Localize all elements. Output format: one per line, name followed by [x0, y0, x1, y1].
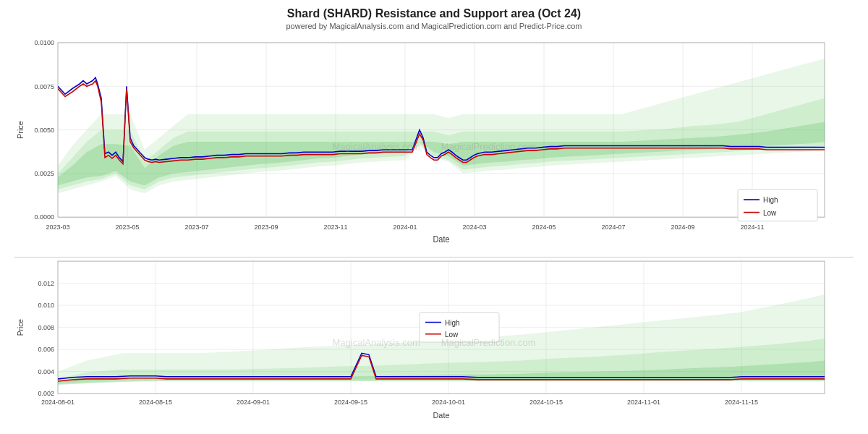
- svg-text:0.004: 0.004: [38, 368, 54, 375]
- svg-text:2023-07: 2023-07: [184, 222, 208, 230]
- svg-text:2023-11: 2023-11: [323, 222, 347, 230]
- svg-text:2024-11: 2024-11: [740, 222, 764, 230]
- svg-text:Low: Low: [445, 331, 459, 339]
- svg-text:Low: Low: [763, 209, 777, 217]
- svg-text:0.012: 0.012: [38, 280, 54, 287]
- svg-text:2024-10-15: 2024-10-15: [529, 399, 563, 406]
- svg-text:2024-09-01: 2024-09-01: [237, 399, 270, 406]
- svg-text:0.0100: 0.0100: [34, 38, 54, 46]
- svg-text:2024-08-15: 2024-08-15: [139, 399, 172, 406]
- svg-text:0.0000: 0.0000: [34, 213, 54, 221]
- svg-text:Date: Date: [433, 411, 449, 420]
- svg-text:2024-11-15: 2024-11-15: [725, 399, 758, 406]
- bottom-chart: 0.002 0.004 0.006 0.008 0.010 0.012 Pric…: [14, 258, 854, 427]
- svg-text:2024-07: 2024-07: [601, 222, 625, 230]
- svg-text:2023-05: 2023-05: [115, 222, 139, 230]
- top-chart: 0.0000 0.0025 0.0050 0.0075 0.0100 Price…: [14, 35, 854, 257]
- svg-text:0.006: 0.006: [38, 346, 54, 353]
- bottom-chart-svg: 0.002 0.004 0.006 0.008 0.010 0.012 Pric…: [14, 258, 854, 427]
- svg-text:2023-03: 2023-03: [46, 222, 69, 230]
- svg-text:0.0050: 0.0050: [34, 125, 54, 133]
- svg-text:Price: Price: [17, 121, 24, 139]
- svg-text:2024-09: 2024-09: [671, 222, 694, 230]
- svg-text:0.008: 0.008: [38, 324, 54, 331]
- svg-text:2023-09: 2023-09: [254, 222, 278, 230]
- svg-text:High: High: [445, 319, 460, 327]
- svg-text:0.002: 0.002: [38, 390, 54, 397]
- main-title: Shard (SHARD) Resistance and Support are…: [287, 7, 581, 20]
- svg-text:2024-05: 2024-05: [532, 222, 556, 230]
- svg-text:2024-01: 2024-01: [393, 222, 417, 230]
- page-container: Shard (SHARD) Resistance and Support are…: [0, 0, 868, 434]
- charts-wrapper: 0.0000 0.0025 0.0050 0.0075 0.0100 Price…: [14, 35, 854, 427]
- svg-text:2024-03: 2024-03: [462, 222, 486, 230]
- subtitle: powered by MagicalAnalysis.com and Magic…: [286, 22, 582, 30]
- svg-text:Date: Date: [433, 235, 449, 244]
- svg-text:0.010: 0.010: [38, 302, 54, 309]
- svg-text:High: High: [763, 196, 778, 204]
- svg-rect-40: [738, 190, 817, 221]
- svg-text:2024-09-15: 2024-09-15: [334, 399, 367, 406]
- svg-text:2024-11-01: 2024-11-01: [627, 399, 660, 406]
- svg-text:0.0025: 0.0025: [34, 169, 54, 177]
- svg-text:Price: Price: [17, 319, 25, 336]
- svg-rect-82: [420, 312, 499, 342]
- svg-text:2024-10-01: 2024-10-01: [432, 399, 465, 406]
- top-chart-svg: 0.0000 0.0025 0.0050 0.0075 0.0100 Price…: [14, 35, 854, 257]
- svg-text:0.0075: 0.0075: [34, 82, 54, 90]
- svg-text:2024-08-01: 2024-08-01: [41, 399, 75, 406]
